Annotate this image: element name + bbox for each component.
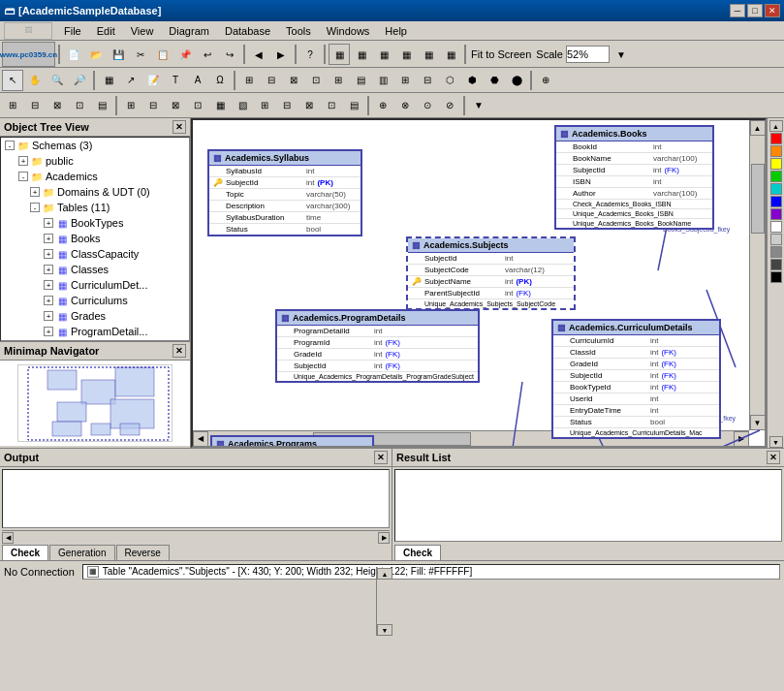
scale-dropdown[interactable]: ▼	[611, 44, 632, 65]
help-button[interactable]: ?	[299, 44, 321, 65]
tree-classes[interactable]: + ▦ Classes	[1, 262, 189, 277]
minimize-button[interactable]: ─	[730, 4, 745, 17]
tb-e5[interactable]: ▤	[91, 95, 112, 116]
hscroll-left[interactable]: ◀	[193, 431, 208, 447]
palette-color-gray[interactable]	[770, 246, 782, 258]
tb-d11[interactable]: ⊟	[417, 70, 438, 91]
tb-e16[interactable]: ▤	[343, 95, 364, 116]
zoom-out-tool[interactable]: 🔎	[69, 70, 90, 91]
menu-view[interactable]: View	[123, 23, 162, 39]
tb-e17[interactable]: ⊕	[372, 95, 393, 116]
tb-e21[interactable]: ▼	[468, 95, 489, 116]
tb-e11[interactable]: ▧	[232, 95, 253, 116]
vscroll-up[interactable]: ▲	[750, 120, 766, 136]
maximize-button[interactable]: □	[747, 4, 763, 17]
tb-e6[interactable]: ⊞	[120, 95, 141, 116]
tb-e12[interactable]: ⊞	[254, 95, 275, 116]
canvas-vscroll[interactable]: ▲ ▼	[749, 120, 765, 430]
palette-color-dkgray[interactable]	[770, 259, 782, 270]
tree-curriculums[interactable]: + ▦ Curriculums	[1, 293, 189, 308]
canvas-area[interactable]: Syllabus_SubjectId_fkey Books_SubjectId_…	[191, 118, 767, 448]
table-syllabus[interactable]: ▦ Academics.Syllabus SyllabusIdint 🔑Subj…	[207, 149, 362, 236]
open-button[interactable]: 📂	[85, 44, 107, 65]
table-books[interactable]: ▦ Academics.Books BookIdint BookNamevarc…	[554, 125, 714, 230]
palette-color-ltgray[interactable]	[770, 234, 782, 245]
menu-edit[interactable]: Edit	[89, 23, 123, 39]
tb-e10[interactable]: ▦	[209, 95, 231, 116]
tree-grades[interactable]: + ▦ Grades	[1, 308, 189, 324]
table-curriculumdetails[interactable]: ▦ Academics.CurriculumDetails Curriculum…	[551, 319, 721, 439]
table-programs[interactable]: ▦ Academics.Programs ProgramIdint Progra…	[210, 435, 374, 448]
output-vscroll[interactable]: ▲ ▼	[376, 568, 392, 636]
tb-e7[interactable]: ⊟	[142, 95, 164, 116]
tb-d5[interactable]: ⊠	[283, 70, 304, 91]
tree-tables[interactable]: - 📁 Tables (11)	[1, 200, 189, 215]
out-vscroll-dn[interactable]: ▼	[377, 624, 392, 636]
palette-color-purple[interactable]	[770, 208, 782, 220]
tb-e13[interactable]: ⊟	[276, 95, 298, 116]
menu-windows[interactable]: Windows	[319, 23, 378, 39]
hscroll-right[interactable]: ▶	[734, 431, 749, 447]
tb-e3[interactable]: ⊠	[47, 95, 68, 116]
copy-button[interactable]: 📋	[152, 44, 173, 65]
tree-public[interactable]: + 📁 public	[1, 153, 189, 169]
minimap-canvas[interactable]	[0, 361, 190, 446]
menu-diagram[interactable]: Diagram	[161, 23, 217, 39]
tb-e1[interactable]: ⊞	[2, 95, 23, 116]
tb-e8[interactable]: ⊠	[165, 95, 186, 116]
tb-d16[interactable]: ⊕	[535, 70, 556, 91]
tb-d12[interactable]: ⬡	[439, 70, 460, 91]
vscroll-down[interactable]: ▼	[750, 415, 766, 430]
output-hscroll[interactable]: ◀ ▶	[2, 530, 390, 544]
tree-booktypes[interactable]: + ▦ BookTypes	[1, 215, 189, 231]
tb-e15[interactable]: ⊡	[321, 95, 342, 116]
palette-color-green[interactable]	[770, 171, 782, 182]
tb-e2[interactable]: ⊟	[24, 95, 46, 116]
menu-tools[interactable]: Tools	[278, 23, 319, 39]
scale-input[interactable]	[566, 46, 610, 63]
tree-programdetails[interactable]: + ▦ ProgramDetail...	[1, 324, 189, 339]
palette-color-red[interactable]	[770, 133, 782, 144]
select-tool[interactable]: ↖	[2, 70, 23, 91]
forward-button[interactable]: ▶	[270, 44, 292, 65]
menu-database[interactable]: Database	[217, 23, 278, 39]
redo-button[interactable]: ↪	[219, 44, 240, 65]
add-relation[interactable]: ↗	[120, 70, 141, 91]
view-btn-6[interactable]: ▦	[440, 44, 461, 65]
close-button[interactable]: ✕	[765, 4, 780, 17]
tb-d6[interactable]: ⊡	[305, 70, 327, 91]
tb-d13[interactable]: ⬢	[461, 70, 483, 91]
view-btn-2[interactable]: ▦	[351, 44, 372, 65]
new-button[interactable]: 📄	[63, 44, 84, 65]
tree-schemas[interactable]: - 📁 Schemas (3)	[1, 138, 189, 153]
view-btn-1[interactable]: ▦	[329, 44, 350, 65]
zoom-in-tool[interactable]: 🔍	[47, 70, 68, 91]
tb-d4[interactable]: ⊟	[261, 70, 282, 91]
output-tab-check[interactable]: Check	[2, 545, 48, 560]
view-btn-5[interactable]: ▦	[418, 44, 439, 65]
tree-books[interactable]: + ▦ Books	[1, 231, 189, 246]
object-tree[interactable]: - 📁 Schemas (3) + 📁 public - 📁 Academics…	[0, 137, 190, 341]
palette-down[interactable]: ▼	[769, 436, 783, 448]
output-tab-generation[interactable]: Generation	[49, 545, 114, 560]
save-button[interactable]: 💾	[108, 44, 129, 65]
tb-e9[interactable]: ⊡	[187, 95, 208, 116]
tree-classcapacity[interactable]: + ▦ ClassCapacity	[1, 246, 189, 262]
tb-d9[interactable]: ▥	[372, 70, 393, 91]
palette-color-black[interactable]	[770, 271, 782, 283]
palette-color-cyan[interactable]	[770, 183, 782, 195]
tb-d7[interactable]: ⊞	[328, 70, 349, 91]
palette-color-white[interactable]	[770, 221, 782, 233]
cut-button[interactable]: ✂	[130, 44, 151, 65]
tb-d14[interactable]: ⬣	[484, 70, 505, 91]
out-hscroll-right[interactable]: ▶	[378, 532, 390, 544]
tb-d1[interactable]: A	[187, 70, 208, 91]
tb-d15[interactable]: ⬤	[506, 70, 527, 91]
add-table[interactable]: ▦	[98, 70, 119, 91]
tb-d10[interactable]: ⊞	[394, 70, 416, 91]
palette-color-yellow[interactable]	[770, 158, 782, 170]
back-button[interactable]: ◀	[248, 44, 269, 65]
view-btn-3[interactable]: ▦	[373, 44, 394, 65]
menu-file[interactable]: File	[56, 23, 89, 39]
table-subjects[interactable]: ▦ Academics.Subjects SubjectIdint Subjec…	[406, 236, 576, 310]
